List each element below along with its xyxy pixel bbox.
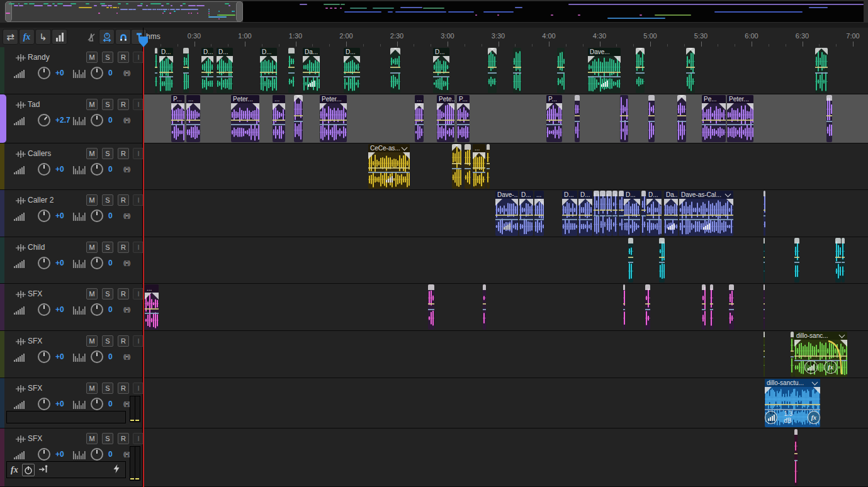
pan-envelope-line[interactable] xyxy=(659,262,665,263)
audio-clip[interactable] xyxy=(628,238,633,283)
fade-out-handle[interactable] xyxy=(226,56,233,63)
volume-envelope-line[interactable] xyxy=(433,72,449,73)
audio-clip[interactable]: ... xyxy=(145,284,159,330)
audio-clip[interactable] xyxy=(623,284,625,330)
volume-envelope-line[interactable] xyxy=(648,115,655,116)
fade-out-handle[interactable] xyxy=(633,199,640,206)
track-name[interactable]: SFX xyxy=(28,384,42,393)
audio-clip[interactable]: D... xyxy=(344,48,360,93)
track-name[interactable]: Tad xyxy=(28,100,40,109)
fade-in-handle[interactable] xyxy=(646,199,653,206)
volume-envelope-line[interactable] xyxy=(677,115,686,116)
audio-clip[interactable] xyxy=(764,238,765,283)
volume-envelope-line[interactable] xyxy=(495,215,518,216)
volume-envelope-line[interactable] xyxy=(155,67,157,68)
swap-arrows-icon[interactable]: ⇄ xyxy=(3,29,18,45)
volume-envelope-line[interactable] xyxy=(815,67,828,68)
volume-envelope-line[interactable] xyxy=(578,215,592,216)
fade-out-handle[interactable] xyxy=(178,103,184,110)
pan-knob[interactable] xyxy=(91,163,103,176)
pan-envelope-line[interactable] xyxy=(390,72,400,74)
track-m-button[interactable]: M xyxy=(86,288,98,299)
volume-envelope-line[interactable] xyxy=(390,67,400,68)
fade-out-handle[interactable] xyxy=(490,48,497,55)
fade-in-handle[interactable] xyxy=(217,56,223,63)
track-s-button[interactable]: S xyxy=(102,99,113,110)
pan-envelope-line[interactable] xyxy=(729,309,734,310)
audio-clip[interactable] xyxy=(452,144,461,189)
playhead-line[interactable] xyxy=(143,40,144,487)
track-s-button[interactable]: S xyxy=(102,288,113,299)
pan-envelope-line[interactable] xyxy=(645,309,650,310)
track-r-button[interactable]: R xyxy=(118,383,129,394)
pan-envelope-line[interactable] xyxy=(452,168,461,169)
fade-in-handle[interactable] xyxy=(664,199,671,206)
track-r-button[interactable]: R xyxy=(118,242,129,253)
audio-clip[interactable] xyxy=(794,238,799,283)
clip-fx-button[interactable]: fx xyxy=(824,361,837,374)
pan-envelope-line[interactable] xyxy=(231,124,259,125)
fade-out-handle[interactable] xyxy=(393,48,400,55)
fade-out-handle[interactable] xyxy=(555,103,562,110)
audio-clip[interactable]: ... xyxy=(273,95,285,142)
audio-clip[interactable]: ... xyxy=(186,95,200,142)
volume-envelope-line[interactable] xyxy=(534,215,544,216)
track-row-0[interactable]: D...D...D...D...Da...D...D...Dave... xyxy=(144,47,868,94)
volume-envelope-line[interactable] xyxy=(546,120,562,121)
volume-envelope-line[interactable] xyxy=(513,67,521,68)
pan-envelope-line[interactable] xyxy=(679,219,733,220)
fade-in-handle[interactable] xyxy=(231,103,238,110)
pan-envelope-line[interactable] xyxy=(612,215,617,216)
audio-clip[interactable] xyxy=(686,48,695,93)
audio-clip[interactable]: Da... xyxy=(303,48,320,93)
fx-button[interactable]: fx xyxy=(19,29,35,45)
pan-envelope-line[interactable] xyxy=(606,215,612,216)
pan-envelope-line[interactable] xyxy=(483,309,486,310)
fade-out-handle[interactable] xyxy=(511,199,518,206)
volume-envelope-line[interactable] xyxy=(679,215,733,216)
audio-clip[interactable] xyxy=(729,284,734,330)
fade-out-handle[interactable] xyxy=(671,199,678,206)
fade-out-handle[interactable] xyxy=(585,199,592,206)
pan-envelope-line[interactable] xyxy=(648,121,655,122)
volume-envelope-line[interactable] xyxy=(557,67,565,68)
gain-knob[interactable] xyxy=(38,398,50,410)
volume-envelope-line[interactable] xyxy=(764,303,765,305)
audio-clip[interactable]: P... xyxy=(457,95,470,142)
audio-clip[interactable] xyxy=(600,191,606,236)
volume-envelope-line[interactable] xyxy=(231,120,259,121)
monitor-input-icon[interactable]: ((•)) xyxy=(123,166,130,172)
track-s-button[interactable]: S xyxy=(102,242,113,253)
fade-in-handle[interactable] xyxy=(186,103,193,110)
track-r-button[interactable]: R xyxy=(118,433,129,444)
audio-clip[interactable]: CeCe-as... xyxy=(368,144,410,189)
volume-envelope-line[interactable] xyxy=(145,308,159,310)
fade-out-handle[interactable] xyxy=(152,293,159,299)
fade-out-handle[interactable] xyxy=(478,152,485,159)
monitor-input-icon[interactable]: ((•)) xyxy=(123,260,130,266)
track-r-button[interactable]: R xyxy=(118,335,129,347)
volume-envelope-line[interactable] xyxy=(729,303,734,305)
audio-clip[interactable] xyxy=(294,95,303,142)
gain-knob[interactable] xyxy=(38,67,50,79)
volume-envelope-line[interactable] xyxy=(727,120,753,121)
fade-in-handle[interactable] xyxy=(588,56,595,63)
volume-envelope-line[interactable] xyxy=(623,303,625,305)
gain-knob[interactable] xyxy=(38,350,50,363)
track-s-button[interactable]: S xyxy=(102,335,113,347)
audio-clip[interactable] xyxy=(612,191,617,236)
volume-envelope-line[interactable] xyxy=(217,72,233,73)
fade-in-handle[interactable] xyxy=(702,103,709,110)
pan-envelope-line[interactable] xyxy=(344,76,360,77)
volume-envelope-line[interactable] xyxy=(624,215,640,216)
pan-envelope-line[interactable] xyxy=(186,124,200,125)
pan-envelope-line[interactable] xyxy=(534,219,544,220)
volume-envelope-line[interactable] xyxy=(628,257,633,258)
volume-envelope-line[interactable] xyxy=(620,115,628,116)
fade-out-handle[interactable] xyxy=(403,152,410,159)
pan-envelope-line[interactable] xyxy=(473,172,485,173)
viewport-right-handle[interactable] xyxy=(236,1,243,22)
audio-clip[interactable] xyxy=(641,191,646,236)
audio-clip[interactable] xyxy=(428,284,434,330)
audio-clip[interactable]: P... xyxy=(171,95,184,142)
